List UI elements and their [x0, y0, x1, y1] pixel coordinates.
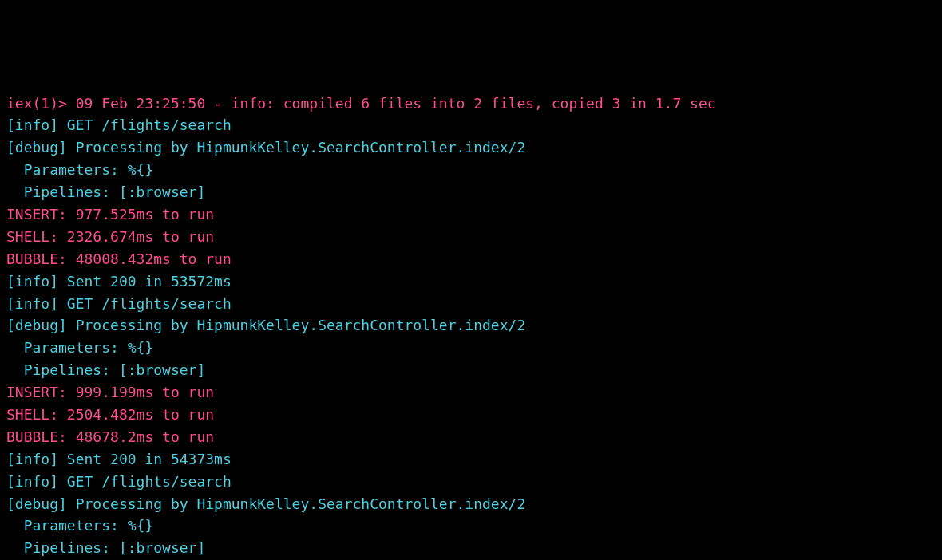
- log-line: [info] Sent 200 in 53572ms: [6, 270, 936, 293]
- log-line: SHELL: 2326.674ms to run: [6, 226, 936, 248]
- log-line: [debug] Processing by HipmunkKelley.Sear…: [6, 136, 936, 159]
- log-line: [info] Sent 200 in 54373ms: [6, 448, 936, 471]
- log-line: BUBBLE: 48008.432ms to run: [6, 248, 936, 270]
- log-line: Pipelines: [:browser]: [6, 537, 936, 559]
- terminal-output[interactable]: iex(1)> 09 Feb 23:25:50 - info: compiled…: [6, 93, 936, 560]
- log-line: INSERT: 999.199ms to run: [6, 381, 936, 404]
- log-line: Parameters: %{}: [6, 159, 936, 181]
- log-line: Parameters: %{}: [6, 515, 936, 537]
- log-line: [info] GET /flights/search: [6, 114, 936, 136]
- log-line: Pipelines: [:browser]: [6, 359, 936, 381]
- log-line: [info] GET /flights/search: [6, 471, 936, 493]
- log-line: BUBBLE: 48678.2ms to run: [6, 426, 936, 448]
- log-line: Pipelines: [:browser]: [6, 181, 936, 203]
- log-line: [debug] Processing by HipmunkKelley.Sear…: [6, 314, 936, 337]
- log-line: SHELL: 2504.482ms to run: [6, 404, 936, 426]
- log-line: [info] GET /flights/search: [6, 293, 936, 315]
- log-line: iex(1)> 09 Feb 23:25:50 - info: compiled…: [6, 93, 936, 115]
- log-line: [debug] Processing by HipmunkKelley.Sear…: [6, 493, 936, 515]
- log-line: INSERT: 977.525ms to run: [6, 203, 936, 226]
- log-line: Parameters: %{}: [6, 337, 936, 359]
